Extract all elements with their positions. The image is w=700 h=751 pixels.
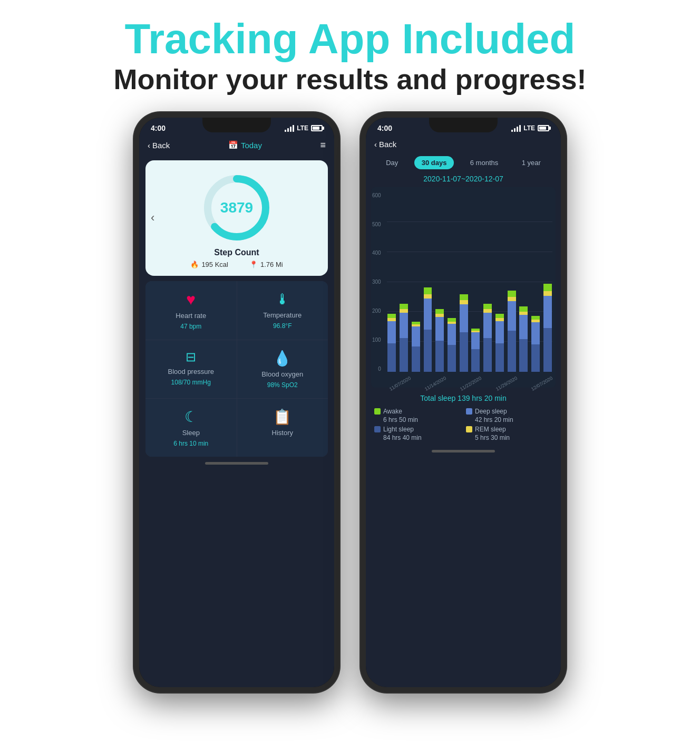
metric-blood-pressure[interactable]: ⊟ Blood pressure 108/70 mmHg (145, 340, 237, 398)
blood-pressure-label: Blood pressure (168, 368, 214, 376)
temperature-value: 96.8°F (273, 322, 291, 330)
bar-group-13 (542, 192, 552, 372)
tab-6months[interactable]: 6 months (463, 156, 505, 169)
bar-deep (531, 322, 540, 344)
blood-pressure-value: 108/70 mmHg (171, 379, 211, 386)
bar-light (543, 328, 552, 372)
bar-deep (460, 304, 468, 332)
chevron-left-icon-right: ‹ (374, 140, 377, 149)
bar-awake (531, 316, 540, 320)
metric-heart-rate[interactable]: ♥ Heart rate 47 bpm (145, 281, 237, 340)
bar-rem (424, 294, 432, 299)
bar-group-5 (447, 192, 457, 372)
metric-sleep[interactable]: ☾ Sleep 6 hrs 10 min (145, 399, 237, 457)
bar-group-1 (399, 192, 409, 372)
x-axis-labels: 11/07/2020 11/14/2020 11/22/2020 11/29/2… (387, 381, 552, 387)
awake-label: Awake (383, 408, 402, 415)
bar-light (483, 338, 492, 372)
tab-day[interactable]: Day (378, 156, 405, 169)
light-sleep-label: Light sleep (383, 426, 414, 433)
y-label-100: 100 (372, 337, 381, 343)
heart-icon: ♥ (186, 291, 196, 309)
chevron-left-icon: ‹ (148, 141, 150, 150)
bar-group-0 (387, 192, 397, 372)
bar-deep (435, 317, 444, 341)
tab-30days[interactable]: 30 days (414, 156, 454, 169)
awake-value: 6 hrs 50 min (374, 416, 461, 423)
bar-awake (543, 284, 552, 291)
lte-label-left: LTE (297, 124, 308, 132)
rem-sleep-label: REM sleep (475, 426, 506, 433)
bar-deep (387, 321, 396, 344)
bar-group-12 (531, 192, 541, 372)
bar-deep (400, 313, 408, 338)
deep-sleep-color-dot (466, 408, 472, 415)
period-tabs: Day 30 days 6 months 1 year (366, 153, 561, 172)
bar-light (460, 332, 468, 372)
bar-light (424, 330, 432, 372)
left-phone: 4:00 LTE ‹ Ba (134, 112, 339, 692)
sleep-chart: 600 500 400 300 200 100 0 (371, 187, 556, 388)
heart-rate-value: 47 bpm (180, 323, 201, 330)
legend-awake: Awake 6 hrs 50 min (374, 408, 461, 423)
status-icons-left: LTE (285, 124, 323, 132)
bar-light (519, 339, 528, 371)
nav-bar-left: ‹ Back 📅 Today ≡ (139, 136, 334, 155)
step-stats: 🔥 195 Kcal 📍 1.76 Mi (190, 261, 283, 268)
bar-awake (460, 294, 468, 301)
status-time-left: 4:00 (151, 124, 166, 132)
temperature-label: Temperature (263, 311, 302, 319)
bar-awake (424, 287, 432, 294)
bar-deep (424, 299, 432, 330)
bar-group-11 (519, 192, 529, 372)
sleep-icon: ☾ (184, 408, 198, 426)
bar-light (412, 346, 420, 372)
status-icons-right: LTE (511, 124, 549, 132)
sleep-value: 6 hrs 10 min (173, 440, 208, 447)
awake-color-dot (374, 408, 381, 415)
history-label: History (272, 429, 293, 437)
bar-deep (495, 321, 504, 344)
bar-light (435, 341, 444, 372)
step-count-label: Step Count (214, 248, 259, 257)
lte-label-right: LTE (523, 124, 535, 132)
light-sleep-color-dot (374, 426, 381, 432)
bar-deep (483, 313, 492, 338)
bar-awake (400, 304, 408, 310)
bar-awake (508, 291, 516, 297)
status-time-right: 4:00 (377, 124, 392, 132)
bar-awake (387, 314, 396, 318)
deep-sleep-label: Deep sleep (475, 408, 507, 415)
tab-1year[interactable]: 1 year (514, 156, 548, 169)
nav-bar-right: ‹ Back (366, 136, 561, 153)
prev-arrow-icon[interactable]: ‹ (151, 211, 154, 225)
y-label-500: 500 (372, 222, 381, 227)
rem-sleep-color-dot (466, 426, 472, 432)
battery-icon-left (311, 125, 323, 131)
bar-awake (495, 314, 504, 319)
y-label-0: 0 (378, 366, 381, 372)
y-label-200: 200 (372, 308, 381, 314)
fire-icon: 🔥 (190, 261, 199, 268)
sleep-label: Sleep (182, 429, 200, 437)
back-button-right[interactable]: ‹ Back (374, 140, 396, 149)
blood-oxygen-label: Blood oxygen (261, 370, 303, 378)
nav-today[interactable]: 📅 Today (228, 140, 262, 150)
y-label-300: 300 (372, 279, 381, 285)
legend-light-sleep: Light sleep 84 hrs 40 min (374, 426, 461, 441)
bar-awake (483, 304, 492, 310)
bar-rem (460, 300, 468, 304)
metric-temperature[interactable]: 🌡 Temperature 96.8°F (237, 281, 328, 340)
bar-light (448, 345, 456, 372)
light-sleep-value: 84 hrs 40 min (374, 434, 461, 441)
home-indicator-left (205, 462, 268, 465)
calendar-icon: 📅 (228, 140, 238, 150)
back-button-left[interactable]: ‹ Back (148, 141, 170, 150)
metric-blood-oxygen[interactable]: 💧 Blood oxygen 98% SpO2 (237, 340, 328, 398)
bar-awake (519, 306, 528, 312)
metric-history[interactable]: 📋 History (237, 399, 328, 457)
bar-deep (519, 315, 528, 340)
headline-subtitle: Monitor your results and progress! (11, 62, 689, 97)
filter-icon[interactable]: ≡ (320, 140, 326, 151)
bar-group-8 (483, 192, 493, 372)
